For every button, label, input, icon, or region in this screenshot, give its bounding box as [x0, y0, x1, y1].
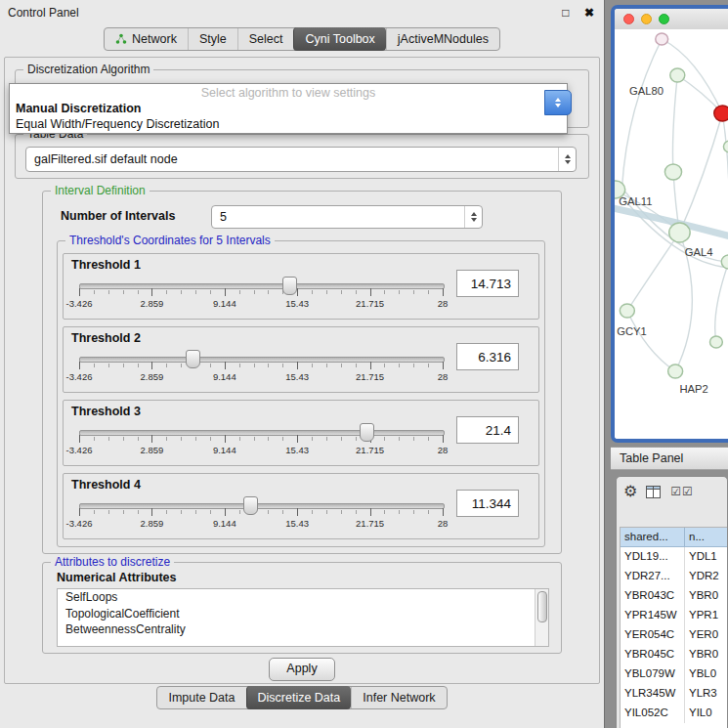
- table-row[interactable]: YDL19... YDL1: [621, 547, 727, 567]
- column-header[interactable]: shared...: [621, 528, 685, 546]
- slider-thumb[interactable]: [243, 496, 258, 515]
- threshold-value-field[interactable]: 21.4: [456, 416, 519, 444]
- slider-scale-label: 9.144: [205, 298, 244, 309]
- table-cell[interactable]: YPR1: [685, 606, 727, 625]
- table-cell[interactable]: YBL0: [685, 664, 727, 684]
- table-row[interactable]: YPR145W YPR1: [621, 606, 727, 625]
- table-cell[interactable]: YDR27...: [621, 567, 685, 586]
- highlighted-node[interactable]: [714, 106, 728, 121]
- columns-icon[interactable]: [646, 486, 662, 498]
- network-canvas[interactable]: GAL80 GAL11 GAL4 GCY1 HAP2: [615, 29, 728, 439]
- table-cell[interactable]: YLR3: [685, 684, 727, 704]
- scrollbar-thumb[interactable]: [537, 591, 547, 622]
- network-node[interactable]: [620, 304, 634, 318]
- table-header-row: shared... n...: [621, 528, 727, 547]
- threshold-value-field[interactable]: 6.316: [456, 343, 519, 370]
- interval-definition-group: Interval Definition Number of Intervals …: [42, 191, 562, 554]
- table-cell[interactable]: YBR0: [685, 586, 727, 606]
- threshold-label: Threshold 2: [71, 331, 141, 345]
- threshold-value-field[interactable]: 11.344: [456, 490, 519, 517]
- network-node[interactable]: [668, 364, 683, 378]
- table-row[interactable]: YBR045C YBR0: [621, 645, 727, 664]
- tab-network[interactable]: Network: [105, 28, 188, 50]
- network-node[interactable]: [664, 164, 681, 180]
- table-cell[interactable]: YBL079W: [621, 664, 685, 684]
- traffic-light-zoom-icon[interactable]: [659, 14, 669, 24]
- table-cell[interactable]: YDL1: [685, 547, 727, 567]
- tab-cyni-toolbox[interactable]: Cyni Toolbox: [293, 27, 385, 51]
- threshold-panel: Threshold 2 -3.4262.8599.14415.4321.7152…: [63, 326, 539, 393]
- table-cell[interactable]: YBR043C: [621, 586, 685, 606]
- gear-icon[interactable]: ⚙: [623, 484, 637, 499]
- slider-thumb[interactable]: [186, 350, 200, 368]
- checkbox-icon[interactable]: ☑☑: [670, 485, 694, 498]
- list-item[interactable]: BetweennessCentrality: [58, 621, 548, 638]
- group-title: Interval Definition: [51, 184, 150, 197]
- tab-impute-data[interactable]: Impute Data: [157, 687, 245, 708]
- network-node[interactable]: [670, 68, 685, 82]
- table-cell[interactable]: YDL19...: [621, 547, 685, 567]
- table-panel-title: Table Panel: [620, 451, 683, 465]
- slider-scale-label: 21.715: [351, 518, 390, 529]
- network-node[interactable]: [723, 141, 728, 152]
- slider-scale-label: 9.144: [205, 445, 244, 455]
- number-of-intervals-combobox[interactable]: 5: [211, 205, 483, 229]
- group-title: Threshold's Coordinates for 5 Intervals: [65, 234, 275, 247]
- table-row[interactable]: YDR27... YDR2: [621, 567, 727, 586]
- tab-style[interactable]: Style: [188, 28, 237, 50]
- tick-mark: [225, 362, 226, 369]
- table-cell[interactable]: YIL0: [685, 704, 727, 723]
- dropdown-option-manual[interactable]: Manual Discretization: [10, 101, 567, 116]
- algorithm-combo-stepper[interactable]: [544, 90, 572, 115]
- slider-major-ticks: [79, 508, 443, 516]
- threshold-slider[interactable]: -3.4262.8599.14415.4321.71528: [79, 276, 443, 315]
- slider-scale-label: 15.43: [278, 445, 317, 455]
- table-row[interactable]: YIL052C YIL0: [621, 704, 727, 723]
- cyni-toolbox-panel: Discretization Algorithm Select algorith…: [4, 57, 600, 684]
- table-data-combobox[interactable]: galFiltered.sif default node: [25, 147, 577, 172]
- tab-discretize-data[interactable]: Discretize Data: [246, 686, 352, 709]
- scrollbar[interactable]: [535, 589, 548, 646]
- tick-mark: [151, 508, 152, 516]
- tick-mark: [370, 508, 371, 516]
- threshold-value-field[interactable]: 14.713: [456, 270, 519, 297]
- table-cell[interactable]: YLR345W: [621, 684, 685, 704]
- float-window-icon[interactable]: □: [562, 6, 569, 20]
- table-cell[interactable]: YPR145W: [621, 606, 685, 625]
- slider-scale-label: 21.715: [351, 445, 390, 455]
- tab-infer-network[interactable]: Infer Network: [351, 687, 446, 708]
- threshold-label: Threshold 3: [71, 405, 141, 418]
- network-node[interactable]: [710, 336, 723, 348]
- table-row[interactable]: YBR043C YBR0: [621, 586, 727, 606]
- bottom-tab-bar: Impute Data Discretize Data Infer Networ…: [0, 686, 604, 709]
- table-row[interactable]: YER054C YER0: [621, 625, 727, 645]
- tab-jactivemnodules[interactable]: jActiveMNodules: [386, 28, 499, 50]
- tick-mark: [443, 508, 444, 516]
- network-node[interactable]: [669, 223, 690, 242]
- table-row[interactable]: YBL079W YBL0: [621, 664, 727, 684]
- table-row[interactable]: YLR345W YLR3: [621, 684, 727, 704]
- table-cell[interactable]: YER0: [685, 625, 727, 645]
- traffic-light-close-icon[interactable]: [623, 14, 634, 24]
- list-item[interactable]: TopologicalCoefficient: [58, 606, 548, 622]
- threshold-slider[interactable]: -3.4262.8599.14415.4321.71528: [79, 422, 443, 461]
- table-cell[interactable]: YBR045C: [621, 645, 685, 664]
- dropdown-option-equal-width[interactable]: Equal Width/Frequency Discretization: [10, 116, 567, 132]
- table-cell[interactable]: YIL052C: [621, 704, 685, 723]
- tab-select[interactable]: Select: [237, 28, 294, 50]
- list-item[interactable]: SelfLoops: [58, 589, 548, 606]
- network-node[interactable]: [656, 33, 668, 45]
- table-cell[interactable]: YBR0: [685, 645, 727, 664]
- apply-button[interactable]: Apply: [269, 658, 335, 681]
- table-cell[interactable]: YDR2: [685, 567, 727, 586]
- threshold-slider[interactable]: -3.4262.8599.14415.4321.71528: [79, 349, 443, 388]
- tab-label: Discretize Data: [258, 691, 341, 705]
- close-icon[interactable]: ✖: [584, 6, 594, 20]
- traffic-light-minimize-icon[interactable]: [641, 14, 652, 24]
- slider-thumb[interactable]: [360, 423, 374, 442]
- threshold-slider[interactable]: -3.4262.8599.14415.4321.71528: [79, 495, 443, 535]
- table-cell[interactable]: YER054C: [621, 625, 685, 645]
- tab-label: Style: [199, 32, 227, 46]
- slider-thumb[interactable]: [282, 277, 297, 295]
- column-header[interactable]: n...: [685, 528, 727, 546]
